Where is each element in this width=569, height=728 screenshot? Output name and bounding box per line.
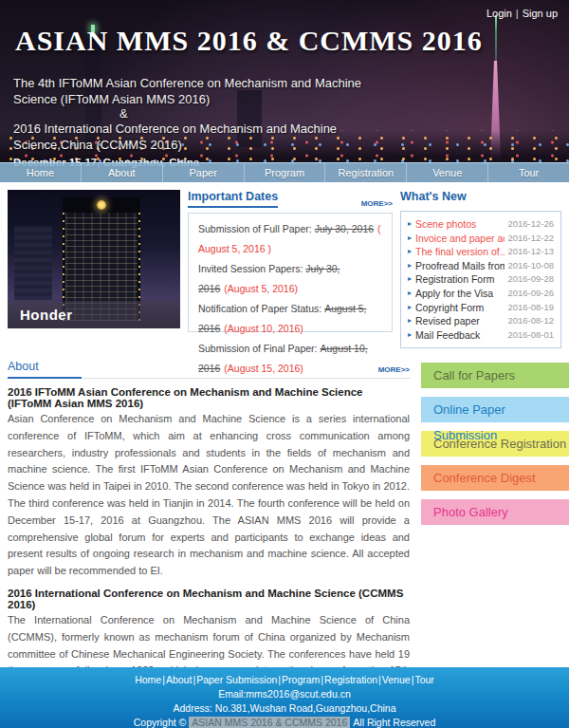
date-label: Invited Session Papers: — [198, 263, 303, 274]
footer-nav-about[interactable]: About — [166, 674, 192, 685]
slide-caption: Honder — [8, 301, 180, 328]
footer-email: Email:mms2016@scut.edu.cn — [0, 687, 569, 701]
date-old: July 30, 2016 — [315, 223, 374, 234]
nav-item-home[interactable]: Home — [0, 163, 82, 182]
date-item: Submission of Full Paper:July 30, 2016( … — [198, 219, 382, 259]
footer-nav-program[interactable]: Program — [282, 674, 320, 685]
copyright-prefix: Copyright © — [134, 717, 187, 728]
bullet-icon: ▸ — [408, 217, 412, 232]
footer-separator: | — [412, 674, 414, 685]
bullet-icon: ▸ — [408, 259, 412, 273]
news-item[interactable]: ▸ Registration Form 2016-09-28 — [408, 272, 554, 287]
footer-separator: | — [378, 674, 381, 685]
whats-new-panel: What's New ▸ Scene photos 2016-12-26 ▸ I… — [400, 190, 561, 348]
footer-nav-registration[interactable]: Registration — [324, 674, 377, 685]
news-label: Registration Form — [415, 272, 505, 287]
bullet-icon: ▸ — [408, 301, 412, 315]
bullet-icon: ▸ — [408, 232, 412, 246]
footer-nav-tour[interactable]: Tour — [414, 674, 433, 685]
about-heading-asianmms: 2016 IFToMM Asian Conference on Mechanis… — [8, 386, 410, 409]
signup-link[interactable]: Sign up — [523, 8, 558, 19]
footer-nav-venue[interactable]: Venue — [382, 674, 411, 685]
login-link[interactable]: Login — [486, 8, 512, 19]
hotel-roof-sign-icon — [63, 197, 140, 213]
important-dates-box: Submission of Full Paper:July 30, 2016( … — [188, 213, 393, 332]
hero-subtitle-block: The 4th IFToMM Asian Conference on Mecha… — [13, 75, 366, 171]
nav-item-about[interactable]: About — [82, 163, 163, 182]
photo-gallery-button[interactable]: Photo Gallery — [421, 499, 569, 525]
news-label: The final version of... — [415, 245, 505, 259]
side-building-icon — [14, 226, 52, 300]
news-date: 2016-09-28 — [507, 272, 554, 287]
bullet-icon: ▸ — [408, 272, 412, 287]
conference-subtitle-2: 2016 International Conference on Mechani… — [13, 121, 337, 152]
nav-item-paper-submission[interactable]: Paper Submission — [163, 163, 245, 182]
footer-separator: | — [193, 674, 195, 685]
news-label: Mail Feedback — [415, 328, 505, 343]
conference-digest-button[interactable]: Conference Digest — [421, 465, 569, 491]
hotel-photo-slide[interactable]: Honder — [8, 190, 180, 328]
important-dates-more-link[interactable]: MORE>> — [361, 199, 393, 208]
footer-separator: | — [278, 674, 281, 685]
news-date: 2016-09-26 — [507, 287, 554, 301]
news-date: 2016-08-19 — [507, 301, 554, 315]
news-label: Scene photos — [415, 217, 505, 232]
hero-banner: Login|Sign up ASIAN MMS 2016 & CCMMS 201… — [0, 0, 569, 182]
nav-item-tour[interactable]: Tour — [488, 163, 569, 182]
footer: Home|About|Paper Submission|Program|Regi… — [0, 667, 569, 728]
bullet-icon: ▸ — [408, 314, 412, 328]
copyright-suffix: All Right Reserved — [353, 717, 435, 728]
news-item[interactable]: ▸ The final version of... 2016-12-13 — [408, 245, 554, 259]
ampersand-text: & — [119, 107, 366, 121]
news-item[interactable]: ▸ Proofread Mails from... 2016-10-08 — [408, 259, 554, 273]
news-date: 2016-08-12 — [507, 314, 554, 328]
news-label: Proofread Mails from... — [415, 259, 505, 273]
online-paper-submission-button[interactable]: Online Paper Submission — [421, 397, 569, 422]
news-item[interactable]: ▸ Scene photos 2016-12-26 — [408, 217, 554, 232]
bullet-icon: ▸ — [408, 328, 412, 343]
date-label: Notification of Paper Status: — [198, 303, 321, 314]
news-date: 2016-10-08 — [507, 259, 554, 273]
news-label: Apply for the Visa — [415, 287, 505, 301]
bullet-icon: ▸ — [408, 287, 412, 301]
nav-item-program[interactable]: Program — [245, 163, 326, 182]
news-item[interactable]: ▸ Apply for the Visa 2016-09-26 — [408, 287, 554, 301]
nav-item-venue[interactable]: Venue — [407, 163, 488, 182]
site-title: ASIAN MMS 2016 & CCMMS 2016 — [15, 25, 483, 57]
about-more-link[interactable]: MORE>> — [378, 365, 410, 374]
news-item[interactable]: ▸ Copyright Form 2016-08-19 — [408, 301, 554, 315]
conference-subtitle-1: The 4th IFToMM Asian Conference on Mecha… — [13, 76, 361, 106]
date-new: (August 5, 2016) — [224, 283, 298, 294]
about-heading-ccmms: 2016 International Conference on Mechani… — [8, 588, 410, 610]
footer-address: Address: No.381,Wushan Road,Guangzhou,Ch… — [0, 701, 569, 716]
login-signup-separator: | — [516, 8, 519, 19]
news-date: 2016-12-13 — [507, 245, 554, 259]
footer-nav-home[interactable]: Home — [135, 674, 161, 685]
footer-separator: | — [162, 674, 165, 685]
main-nav: Home About Paper Submission Program Regi… — [0, 162, 569, 182]
whats-new-box: ▸ Scene photos 2016-12-26 ▸ Invoice and … — [400, 211, 561, 348]
conference-registration-button[interactable]: Conference Registration — [421, 431, 569, 457]
about-paragraph-asianmms: Asian Conference on Mechanism and Machin… — [8, 411, 410, 580]
date-item: Invited Session Papers:July 30, 2016(Aug… — [198, 259, 382, 299]
call-for-papers-button[interactable]: Call for Papers — [421, 363, 569, 388]
date-new: (August 10, 2016) — [224, 323, 303, 334]
account-links: Login|Sign up — [486, 8, 558, 19]
date-label: Submission of Full Paper: — [198, 223, 312, 234]
footer-nav: Home|About|Paper Submission|Program|Regi… — [0, 673, 569, 687]
news-item[interactable]: ▸ Invoice and paper ac... 2016-12-22 — [408, 232, 554, 246]
nav-item-registration[interactable]: Registration — [325, 163, 407, 182]
news-item[interactable]: ▸ Revised paper 2016-08-12 — [408, 314, 554, 328]
news-label: Invoice and paper ac... — [415, 232, 505, 246]
news-date: 2016-12-26 — [507, 217, 554, 232]
footer-separator: | — [321, 674, 323, 685]
news-label: Revised paper — [415, 314, 505, 328]
date-label: Submission of Final Paper: — [198, 343, 317, 354]
page-content: Honder Important Dates MORE>> Submission… — [0, 182, 569, 728]
copyright-highlighted-text: ASIAN MMS 2016 & CCMMS 2016 — [189, 717, 350, 728]
date-item: Notification of Paper Status:August 5, 2… — [198, 299, 382, 339]
news-label: Copyright Form — [415, 301, 505, 315]
footer-copyright: Copyright ©ASIAN MMS 2016 & CCMMS 2016Al… — [0, 716, 569, 728]
footer-nav-paper-submission[interactable]: Paper Submission — [196, 674, 277, 685]
news-item[interactable]: ▸ Mail Feedback 2016-08-01 — [408, 328, 554, 343]
